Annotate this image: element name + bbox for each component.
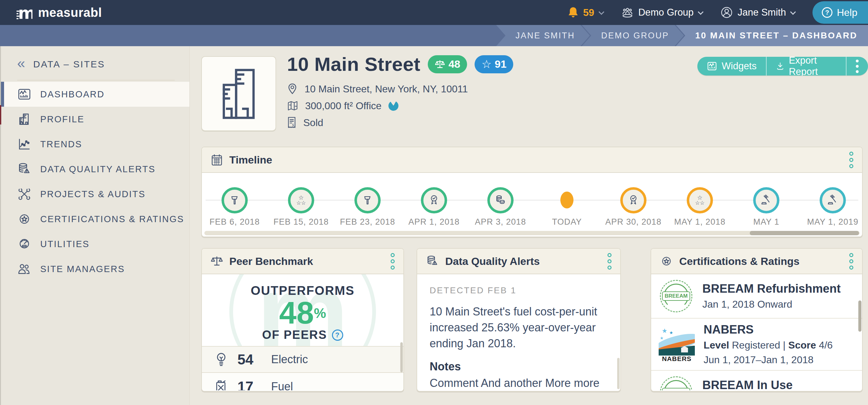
help-tooltip-icon[interactable]: ?	[332, 330, 343, 341]
timeline-menu-kebab-icon[interactable]	[849, 152, 853, 168]
sidebar-item-profile[interactable]: PROFILE	[1, 107, 189, 132]
benchmark-row-fuel[interactable]: 17 Fuel	[202, 372, 403, 390]
certification-row-breeam-in-use[interactable]: BREEAM BREEAM In Use Level Registered	[651, 371, 862, 390]
sidebar-item-label: TRENDS	[40, 139, 82, 150]
sidebar: « DATA – SITES DASHBOARD PROFILE TRENDS	[0, 46, 190, 405]
measurabl-logo[interactable]: m measurabl	[16, 4, 102, 21]
auction-gavel-icon	[760, 194, 773, 207]
notification-count: 59	[583, 7, 594, 19]
map-pin-icon	[287, 83, 298, 95]
timeline-body: FEB 6, 2018 ☆☆☆ FEB 15, 2018 FEB 23, 201…	[202, 173, 862, 237]
data-quality-menu-kebab-icon[interactable]	[608, 253, 612, 270]
seal-star-icon	[17, 212, 32, 226]
sidebar-back-data-sites[interactable]: « DATA – SITES	[1, 46, 189, 73]
user-menu[interactable]: Jane Smith	[720, 6, 794, 19]
widgets-button[interactable]: Widgets	[698, 57, 766, 75]
peer-benchmark-title: Peer Benchmark	[229, 255, 313, 268]
gavel-icon	[228, 194, 241, 207]
sidebar-item-label: SITE MANAGERS	[40, 264, 125, 274]
stars-icon: ☆☆☆	[297, 195, 306, 206]
certifications-menu-kebab-icon[interactable]	[849, 253, 853, 270]
certifications-title: Certifications & Ratings	[679, 255, 799, 268]
fuel-can-icon	[214, 379, 228, 390]
site-thumbnail	[201, 56, 276, 131]
coins-icon	[494, 194, 507, 207]
breadcrumb-group[interactable]: DEMO GROUP	[582, 25, 684, 46]
sidebar-item-label: PROFILE	[40, 114, 85, 124]
peer-benchmark-card: Peer Benchmark m OUTPERFORMS 48% OF PEER…	[201, 248, 404, 392]
widgets-label: Widgets	[722, 61, 756, 72]
sidebar-item-site-managers[interactable]: SITE MANAGERS	[1, 256, 189, 281]
chevron-down-icon	[790, 9, 796, 15]
double-chevron-left-icon: «	[17, 58, 25, 68]
timeline-scrollbar-thumb[interactable]	[750, 231, 859, 235]
alert-message: 10 Main Street's fuel cost-per-unit incr…	[430, 304, 607, 351]
data-quality-title: Data Quality Alerts	[445, 255, 540, 268]
breeam-logo: BREEAM	[659, 279, 693, 314]
group-menu[interactable]: Demo Group	[621, 6, 702, 19]
sidebar-item-data-quality-alerts[interactable]: DATA QUALITY ALERTS	[1, 157, 189, 182]
certification-row-nabers[interactable]: ★ ★ ★ ★ NABERS NABERS Level Registered |	[651, 318, 862, 371]
receipt-icon: $	[287, 117, 297, 129]
peer-benchmark-menu-kebab-icon[interactable]	[391, 253, 395, 270]
people-icon	[17, 262, 32, 276]
sidebar-item-projects-audits[interactable]: PROJECTS & AUDITS	[1, 182, 189, 207]
sidebar-item-trends[interactable]: TRENDS	[1, 132, 189, 157]
header-more-button[interactable]	[846, 57, 868, 75]
sidebar-item-dashboard[interactable]: DASHBOARD	[1, 82, 189, 107]
peer-benchmark-scrollbar-thumb[interactable]	[400, 342, 403, 372]
tools-icon	[17, 187, 32, 201]
user-avatar-icon	[720, 6, 733, 19]
sidebar-back-label: DATA – SITES	[33, 59, 105, 70]
score-badge-value: 91	[495, 58, 507, 70]
site-size-use: 300,000 ft² Office	[305, 100, 381, 112]
top-bar: m measurabl 59	[0, 0, 868, 25]
stars-icon: ☆☆☆	[695, 195, 705, 206]
notifications-menu[interactable]: 59	[567, 6, 603, 19]
peer-benchmark-summary: m OUTPERFORMS 48% OF PEERS ?	[202, 274, 403, 346]
sidebar-red-indicator	[0, 105, 1, 124]
widgets-icon	[707, 61, 717, 71]
group-icon	[621, 6, 634, 19]
outperforms-percent: 48%	[202, 298, 403, 328]
sidebar-item-utilities[interactable]: UTILITIES	[1, 231, 189, 256]
certification-level-score: Level Registered | Score 4/6	[704, 340, 833, 351]
timeline-scrollbar	[204, 231, 860, 235]
export-report-button[interactable]: Export Report	[766, 57, 846, 75]
calendar-icon	[211, 153, 223, 166]
breadcrumb-bar: JANE SMITH DEMO GROUP 10 MAIN STREET – D…	[0, 25, 868, 46]
building-icon	[17, 112, 32, 126]
timeline-header: Timeline	[202, 147, 862, 173]
data-quality-scrollbar-thumb[interactable]	[617, 358, 620, 389]
certifications-scrollbar-thumb[interactable]	[858, 301, 862, 332]
sidebar-item-label: UTILITIES	[40, 239, 90, 249]
help-button[interactable]: ? Help	[812, 1, 868, 24]
trends-icon	[17, 137, 32, 151]
seal-star-icon	[660, 255, 673, 268]
ribbon-check-icon	[627, 194, 640, 207]
timeline-card: Timeline FEB 6, 2018 ☆☆☆ FEB 15, 2018 FE…	[201, 147, 863, 237]
site-address-row: 10 Main Street, New York, NY, 10011	[287, 81, 468, 97]
score-badge[interactable]: ☆ 91	[474, 55, 513, 73]
export-report-label: Export Report	[789, 57, 836, 75]
database-alert-icon	[426, 255, 439, 268]
timeline-title: Timeline	[229, 154, 272, 166]
scales-icon	[435, 59, 445, 70]
question-icon: ?	[822, 7, 832, 18]
database-alert-icon	[17, 162, 32, 176]
of-peers-label: OF PEERS ?	[202, 328, 403, 342]
nabers-logo: ★ ★ ★ ★ NABERS	[659, 326, 695, 363]
page-title: 10 Main Street	[287, 53, 420, 75]
certification-row-breeam-refurbishment[interactable]: BREEAM BREEAM Refurbishment Jan 1, 2018 …	[651, 274, 862, 318]
sidebar-item-certifications-ratings[interactable]: CERTIFICATIONS & RATINGS	[1, 207, 189, 231]
notes-text: Comment And another More more more more …	[430, 375, 607, 390]
certification-name: BREEAM Refurbishment	[702, 282, 841, 295]
breeam-logo: BREEAM	[659, 375, 693, 390]
measurabl-dashboard-page: m measurabl 59	[0, 0, 868, 405]
benchmark-badge[interactable]: 48	[428, 55, 467, 73]
breadcrumb-user[interactable]: JANE SMITH	[496, 25, 590, 46]
pie-chart-icon[interactable]	[389, 101, 398, 111]
auction-gavel-icon	[827, 194, 839, 207]
benchmark-row-electric[interactable]: 54 Electric	[202, 346, 403, 372]
alert-detected-label: DETECTED FEB 1	[430, 285, 607, 295]
